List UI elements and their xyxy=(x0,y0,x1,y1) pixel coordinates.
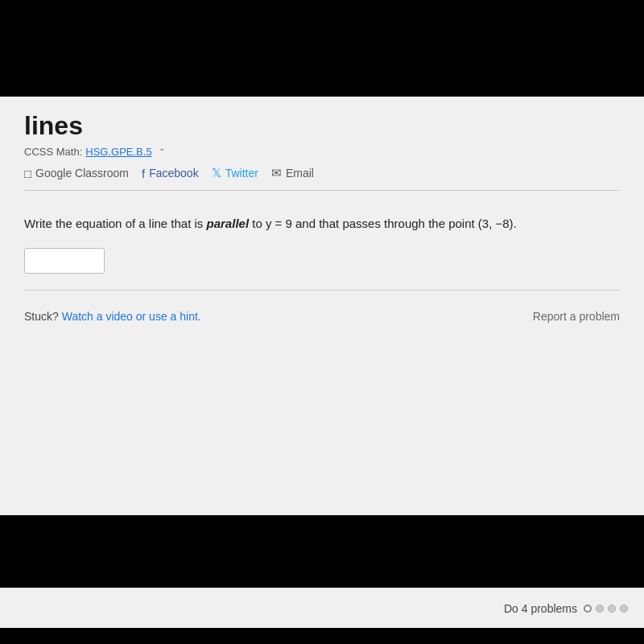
progress-dot-4 xyxy=(620,605,628,613)
stuck-text: Stuck? Watch a video or use a hint. xyxy=(24,310,201,323)
report-problem-link[interactable]: Report a problem xyxy=(533,310,620,323)
google-classroom-icon: □ xyxy=(24,167,31,180)
share-bar: □ Google Classroom f Facebook 𝕏 Twitter … xyxy=(24,166,620,191)
ccss-label: CCSS Math: xyxy=(24,146,82,158)
do-problems-section: Do 4 problems xyxy=(504,602,628,615)
stuck-link[interactable]: Watch a video or use a hint. xyxy=(62,310,201,323)
chevron-up-icon: ⌃ xyxy=(159,147,165,156)
facebook-label: Facebook xyxy=(149,167,198,180)
progress-dot-3 xyxy=(608,605,616,613)
question-area: Write the equation of a line that is par… xyxy=(24,207,620,291)
question-text: Write the equation of a line that is par… xyxy=(24,215,620,233)
google-classroom-share[interactable]: □ Google Classroom xyxy=(24,167,129,180)
ccss-line: CCSS Math: HSG.GPE.B.5 ⌃ xyxy=(24,146,620,158)
progress-dot-1 xyxy=(584,605,592,613)
email-label: Email xyxy=(286,167,314,180)
bottom-bar: Stuck? Watch a video or use a hint. Repo… xyxy=(24,302,620,331)
stuck-label: Stuck? xyxy=(24,310,59,323)
main-content: lines CCSS Math: HSG.GPE.B.5 ⌃ □ Google … xyxy=(0,97,644,515)
page-title: lines xyxy=(24,111,620,141)
facebook-icon: f xyxy=(142,167,145,180)
twitter-share[interactable]: 𝕏 Twitter xyxy=(212,166,258,180)
bottom-black-bar xyxy=(0,515,644,588)
question-text-before: Write the equation of a line that is xyxy=(24,217,207,230)
ccss-link[interactable]: HSG.GPE.B.5 xyxy=(85,146,151,158)
google-classroom-label: Google Classroom xyxy=(35,167,129,180)
twitter-icon: 𝕏 xyxy=(212,166,221,180)
progress-dots xyxy=(584,605,628,613)
answer-input[interactable] xyxy=(24,248,105,274)
email-share[interactable]: ✉ Email xyxy=(271,166,314,180)
top-black-bar xyxy=(0,0,644,97)
do-problems-label: Do 4 problems xyxy=(504,602,577,615)
facebook-share[interactable]: f Facebook xyxy=(142,167,199,180)
email-icon: ✉ xyxy=(271,166,282,180)
progress-dot-2 xyxy=(596,605,604,613)
question-text-after: to y = 9 and that passes through the poi… xyxy=(249,217,517,230)
question-italic-word: parallel xyxy=(207,217,250,230)
twitter-label: Twitter xyxy=(225,167,258,180)
footer-bar: Do 4 problems xyxy=(0,588,644,628)
